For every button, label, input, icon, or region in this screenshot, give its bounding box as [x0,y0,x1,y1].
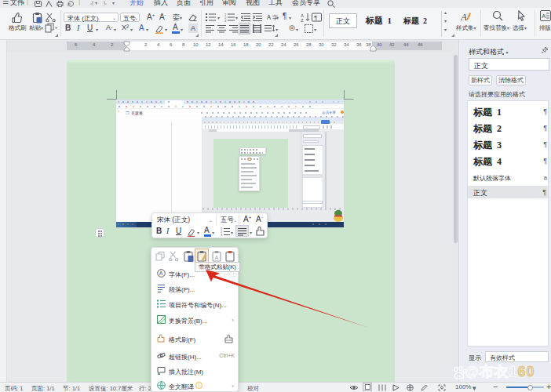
svg-text:A: A [215,255,219,260]
svg-text:A: A [461,11,467,22]
svg-text:du: du [456,374,462,379]
svg-text:A: A [542,13,546,20]
svg-text:A: A [159,270,163,276]
svg-text:3: 3 [221,233,223,236]
svg-text:3: 3 [224,19,227,23]
svg-text:Z: Z [301,18,304,22]
svg-text:¶: ¶ [314,14,317,21]
